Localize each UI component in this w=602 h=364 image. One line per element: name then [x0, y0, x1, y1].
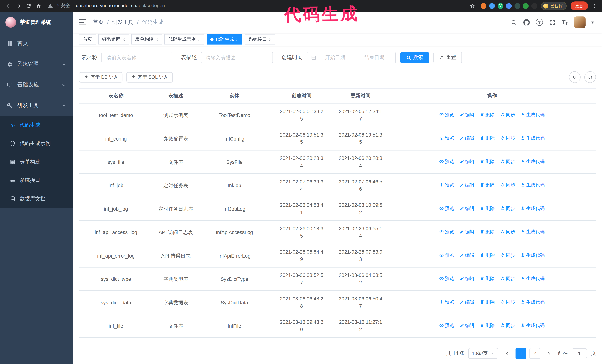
table-desc-input[interactable] [205, 54, 269, 61]
preview-link[interactable]: 预览 [439, 158, 454, 165]
tab-codegen[interactable]: 代码生成× [206, 34, 242, 44]
update-button[interactable]: 更新 [570, 1, 588, 10]
edit-link[interactable]: 编辑 [459, 181, 474, 189]
generate-code-link[interactable]: 生成代码 [520, 299, 545, 306]
home-button[interactable] [34, 1, 43, 10]
preview-link[interactable]: 预览 [439, 181, 454, 189]
preview-link[interactable]: 预览 [439, 299, 454, 306]
import-sql-button[interactable]: 基于 SQL 导入 [127, 72, 173, 82]
page-size-select[interactable]: 10条/页 [468, 348, 498, 359]
paw-extension-icon[interactable] [531, 3, 537, 9]
forward-button[interactable] [14, 1, 23, 10]
next-page-button[interactable] [544, 348, 554, 358]
prev-page-button[interactable] [502, 348, 512, 358]
sync-link[interactable]: 同步 [500, 228, 515, 236]
fox-extension-icon[interactable] [481, 3, 486, 9]
show-search-button[interactable] [569, 72, 580, 83]
preview-link[interactable]: 预览 [439, 135, 454, 142]
sync-link[interactable]: 同步 [500, 205, 515, 212]
preview-link[interactable]: 预览 [439, 275, 454, 282]
paused-badge[interactable]: 已暂停 [541, 2, 567, 10]
preview-link[interactable]: 预览 [439, 205, 454, 212]
edit-link[interactable]: 编辑 [459, 111, 474, 118]
close-icon[interactable]: × [122, 37, 125, 42]
delete-link[interactable]: 删除 [480, 322, 495, 329]
close-icon[interactable]: × [269, 37, 271, 42]
breadcrumb-item[interactable]: 研发工具 [112, 19, 134, 26]
delete-link[interactable]: 删除 [480, 135, 495, 142]
generate-code-link[interactable]: 生成代码 [520, 322, 545, 329]
generate-code-link[interactable]: 生成代码 [520, 158, 545, 165]
delete-link[interactable]: 删除 [480, 181, 495, 189]
generate-code-link[interactable]: 生成代码 [520, 111, 545, 118]
edit-link[interactable]: 编辑 [459, 299, 474, 306]
vue-devtools-extension-icon[interactable]: V [497, 3, 503, 9]
reload-button[interactable] [24, 1, 33, 10]
tab-trace[interactable]: 链路追踪× [98, 34, 129, 44]
generate-code-link[interactable]: 生成代码 [520, 181, 545, 189]
bookmark-star-button[interactable] [468, 1, 477, 10]
sync-link[interactable]: 同步 [500, 181, 515, 189]
user-avatar[interactable] [574, 16, 586, 28]
sidebar-item-system[interactable]: 系统管理 [0, 54, 73, 74]
sync-link[interactable]: 同步 [500, 252, 515, 259]
goto-page-input[interactable] [572, 348, 587, 358]
slate-extension-icon[interactable] [514, 3, 520, 9]
tab-api[interactable]: 系统接口× [245, 34, 275, 44]
browser-menu-button[interactable] [591, 3, 598, 9]
sidebar-item-devtools[interactable]: 研发工具 [0, 95, 73, 116]
delete-link[interactable]: 删除 [480, 275, 495, 282]
preview-link[interactable]: 预览 [439, 228, 454, 236]
search-button[interactable]: 搜索 [400, 52, 429, 63]
generate-code-link[interactable]: 生成代码 [520, 252, 545, 259]
back-button[interactable] [4, 1, 13, 10]
table-name-input[interactable] [106, 54, 168, 61]
import-db-button[interactable]: 基于 DB 导入 [79, 72, 123, 82]
caret-down-icon[interactable] [589, 19, 596, 26]
preview-link[interactable]: 预览 [439, 111, 454, 118]
leaf-extension-icon[interactable] [523, 3, 529, 9]
github-icon[interactable] [523, 19, 530, 26]
generate-code-link[interactable]: 生成代码 [520, 275, 545, 282]
fullscreen-icon[interactable] [549, 19, 556, 26]
page-button-2[interactable]: 2 [529, 348, 540, 359]
sync-link[interactable]: 同步 [500, 111, 515, 118]
tab-codegen-example[interactable]: 代码生成示例× [164, 34, 204, 44]
edit-link[interactable]: 编辑 [459, 205, 474, 212]
delete-link[interactable]: 删除 [480, 205, 495, 212]
sidebar-toggle-icon[interactable] [79, 18, 87, 26]
delete-link[interactable]: 删除 [480, 252, 495, 259]
preview-link[interactable]: 预览 [439, 322, 454, 329]
edit-link[interactable]: 编辑 [459, 158, 474, 165]
tab-form-builder[interactable]: 表单构建× [131, 34, 162, 44]
refresh-table-button[interactable] [584, 72, 596, 83]
edit-link[interactable]: 编辑 [459, 228, 474, 236]
sidebar-item-api[interactable]: 系统接口 [0, 171, 73, 189]
generate-code-link[interactable]: 生成代码 [520, 135, 545, 142]
sidebar-item-db-doc[interactable]: 数据库文档 [0, 190, 73, 208]
delete-link[interactable]: 删除 [480, 111, 495, 118]
delete-link[interactable]: 删除 [480, 228, 495, 236]
sync-link[interactable]: 同步 [500, 322, 515, 329]
font-size-icon[interactable] [562, 19, 568, 25]
sidebar-item-form-builder[interactable]: 表单构建 [0, 153, 73, 171]
delete-link[interactable]: 删除 [480, 158, 495, 165]
delete-link[interactable]: 删除 [480, 299, 495, 306]
sidebar-item-home[interactable]: 首页 [0, 33, 73, 54]
sidebar-item-codegen-example[interactable]: 代码生成示例 [0, 134, 73, 153]
page-button-1[interactable]: 1 [516, 348, 527, 359]
breadcrumb-item[interactable]: 首页 [93, 19, 104, 26]
generate-code-link[interactable]: 生成代码 [520, 228, 545, 236]
preview-link[interactable]: 预览 [439, 252, 454, 259]
help-icon[interactable] [536, 19, 543, 26]
search-icon[interactable] [511, 19, 517, 26]
sidebar-item-codegen[interactable]: 代码生成 [0, 116, 73, 134]
address-bar[interactable]: 不安全 dashboard.yudao.iocoder.cn/tool/code… [48, 2, 467, 9]
close-icon[interactable]: × [198, 37, 201, 42]
tab-home[interactable]: 首页 [79, 34, 96, 44]
edit-link[interactable]: 编辑 [459, 252, 474, 259]
edit-link[interactable]: 编辑 [459, 322, 474, 329]
sync-link[interactable]: 同步 [500, 299, 515, 306]
reset-button[interactable]: 重置 [433, 52, 462, 63]
sync-link[interactable]: 同步 [500, 158, 515, 165]
